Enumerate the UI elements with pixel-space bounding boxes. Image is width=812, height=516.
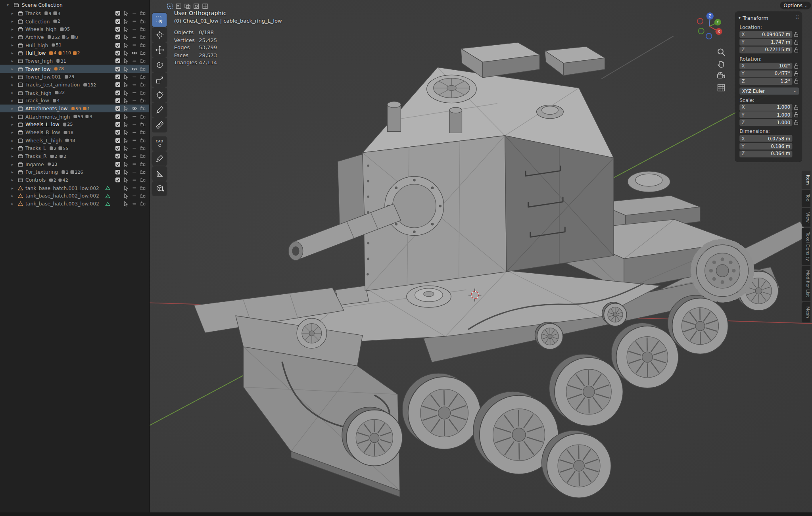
collection-exclude-checkbox[interactable]: [115, 10, 121, 17]
disclosure-triangle-icon[interactable]: ▸: [12, 98, 15, 103]
selectable-toggle-icon[interactable]: [123, 106, 129, 112]
disclosure-triangle-icon[interactable]: ▸: [12, 162, 15, 167]
collection-exclude-checkbox[interactable]: [115, 177, 121, 183]
gizmo-z-neg[interactable]: [706, 33, 712, 39]
visibility-eye-icon[interactable]: [131, 106, 138, 112]
selectable-toggle-icon[interactable]: [123, 137, 129, 144]
collection-exclude-checkbox[interactable]: [115, 50, 121, 56]
collection-exclude-checkbox[interactable]: [115, 82, 121, 88]
collection-exclude-checkbox[interactable]: [115, 42, 121, 48]
collection-exclude-checkbox[interactable]: [115, 90, 121, 96]
visibility-dash-icon[interactable]: [131, 153, 138, 159]
collection-exclude-checkbox[interactable]: [115, 185, 121, 191]
value-field[interactable]: X 102°: [739, 63, 792, 69]
selectable-toggle-icon[interactable]: [123, 18, 129, 25]
visibility-dash-icon[interactable]: [131, 137, 138, 144]
sidebar-tab-item[interactable]: Item: [802, 171, 810, 189]
lock-icon[interactable]: [794, 112, 799, 118]
disclosure-triangle-icon[interactable]: ▸: [12, 82, 15, 87]
collection-exclude-checkbox[interactable]: [115, 201, 121, 207]
value-field[interactable]: Z 1.2°: [739, 78, 792, 84]
tool-move[interactable]: [152, 43, 167, 57]
gizmo-x-neg[interactable]: [697, 18, 703, 24]
render-camera-icon[interactable]: [139, 153, 146, 159]
value-field[interactable]: Y 0.186 m: [739, 143, 792, 150]
visibility-dash-icon[interactable]: [131, 161, 138, 167]
outliner-row[interactable]: ▸ Wheels_R_low 18: [0, 129, 149, 136]
selectable-toggle-icon[interactable]: [123, 42, 129, 48]
collection-exclude-checkbox[interactable]: [115, 34, 121, 40]
render-camera-icon[interactable]: [139, 185, 146, 191]
lock-icon[interactable]: [794, 104, 799, 110]
value-field[interactable]: Y 1.747 m: [739, 39, 792, 46]
outliner-row[interactable]: ▸ Wheels_high 95: [0, 25, 149, 33]
render-camera-icon[interactable]: [139, 74, 146, 80]
visibility-dash-icon[interactable]: [131, 58, 138, 64]
collection-exclude-checkbox[interactable]: [115, 98, 121, 104]
render-camera-icon[interactable]: [139, 34, 146, 40]
tool-measure[interactable]: [152, 118, 167, 132]
sidebar-tab-view[interactable]: View: [802, 208, 810, 226]
disclosure-triangle-icon[interactable]: ▸: [12, 106, 15, 111]
tool-cursor[interactable]: [152, 28, 167, 42]
select-mode-icon-3[interactable]: [193, 2, 200, 9]
collection-exclude-checkbox[interactable]: [115, 161, 121, 167]
outliner-row[interactable]: ▸ Archive 25258: [0, 33, 149, 41]
sidebar-tab-tool[interactable]: Tool: [802, 190, 810, 207]
collection-exclude-checkbox[interactable]: [115, 66, 121, 72]
visibility-dash-icon[interactable]: [131, 98, 138, 104]
select-mode-icon-2[interactable]: [184, 2, 191, 9]
disclosure-triangle-icon[interactable]: ▸: [12, 114, 15, 119]
outliner-row[interactable]: ▸ Track_low 4: [0, 97, 149, 105]
render-camera-icon[interactable]: [139, 161, 146, 167]
disclosure-triangle-icon[interactable]: ▸: [12, 90, 15, 95]
lock-icon[interactable]: [794, 47, 799, 53]
disclosure-triangle-icon[interactable]: ▸: [12, 67, 15, 71]
outliner-row[interactable]: ▸ Wheels_L_low 25: [0, 121, 149, 129]
collection-exclude-checkbox[interactable]: [115, 193, 121, 199]
collection-exclude-checkbox[interactable]: [115, 145, 121, 152]
render-camera-icon[interactable]: [139, 58, 146, 64]
outliner-row[interactable]: ▸ Attachments_low 591: [0, 105, 149, 113]
outliner-row[interactable]: ▸ Tracks_L 255: [0, 144, 149, 152]
render-camera-icon[interactable]: [139, 98, 146, 104]
visibility-dash-icon[interactable]: [131, 201, 138, 207]
collection-exclude-checkbox[interactable]: [115, 18, 121, 25]
outliner-row[interactable]: ▸ Ingame 23: [0, 160, 149, 168]
disclosure-triangle-icon[interactable]: ▸: [12, 178, 15, 182]
visibility-eye-icon[interactable]: [131, 66, 138, 72]
camera-view-icon[interactable]: [717, 71, 726, 80]
disclosure-triangle-icon[interactable]: ▸: [12, 19, 15, 24]
zoom-icon[interactable]: [717, 48, 726, 56]
disclosure-triangle-icon[interactable]: ▸: [12, 186, 15, 190]
visibility-dash-icon[interactable]: [131, 185, 138, 191]
render-camera-icon[interactable]: [139, 106, 146, 112]
tool-annotate[interactable]: [152, 103, 167, 117]
value-field[interactable]: Z 1.000: [739, 119, 792, 126]
outliner-row[interactable]: ▸ Attachments_high 593: [0, 113, 149, 121]
outliner-row[interactable]: ▸ Tracks_test_animation 132: [0, 81, 149, 89]
options-button[interactable]: Options ⌄: [780, 2, 811, 10]
tool-rotate[interactable]: [152, 58, 167, 72]
lock-icon[interactable]: [794, 63, 799, 69]
tool-protractor[interactable]: [152, 167, 167, 180]
render-camera-icon[interactable]: [139, 121, 146, 128]
visibility-dash-icon[interactable]: [131, 18, 138, 25]
outliner-row[interactable]: ▸ Hull_low 41102: [0, 49, 149, 57]
outliner-row[interactable]: ▸ Controls 242: [0, 176, 149, 184]
outliner-row[interactable]: ▸ For_texturing 2226: [0, 168, 149, 176]
value-field[interactable]: X 1.000: [739, 104, 792, 111]
selectable-toggle-icon[interactable]: [123, 169, 129, 175]
render-camera-icon[interactable]: [139, 145, 146, 152]
selectable-toggle-icon[interactable]: [123, 90, 129, 96]
selectable-toggle-icon[interactable]: [123, 66, 129, 72]
collection-exclude-checkbox[interactable]: [115, 129, 121, 136]
disclosure-triangle-icon[interactable]: ▾: [7, 3, 11, 8]
collection-exclude-checkbox[interactable]: [115, 113, 121, 120]
render-camera-icon[interactable]: [139, 18, 146, 25]
outliner-row[interactable]: ▸ Tower_low.001 29: [0, 73, 149, 81]
selectable-toggle-icon[interactable]: [123, 145, 129, 152]
outliner-row[interactable]: ▸ Tracks 93: [0, 9, 149, 17]
selectable-toggle-icon[interactable]: [123, 177, 129, 183]
outliner-row[interactable]: ▸ Tower_low 78: [0, 65, 149, 73]
